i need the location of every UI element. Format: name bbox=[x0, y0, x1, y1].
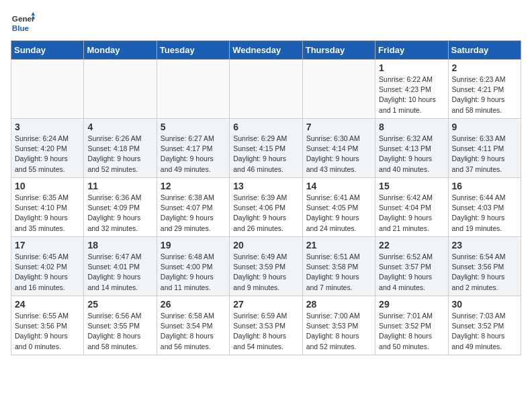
day-number: 13 bbox=[233, 181, 298, 191]
day-number: 6 bbox=[233, 122, 298, 132]
calendar-cell bbox=[157, 60, 229, 119]
day-number: 17 bbox=[15, 240, 80, 250]
day-number: 8 bbox=[379, 122, 444, 132]
day-number: 7 bbox=[306, 122, 371, 132]
day-number: 19 bbox=[161, 240, 226, 250]
day-number: 14 bbox=[306, 181, 371, 191]
day-info: Sunrise: 6:54 AM Sunset: 3:56 PM Dayligh… bbox=[452, 252, 517, 293]
day-info: Sunrise: 6:35 AM Sunset: 4:10 PM Dayligh… bbox=[15, 193, 80, 234]
calendar-cell bbox=[84, 60, 157, 119]
day-info: Sunrise: 6:47 AM Sunset: 4:01 PM Dayligh… bbox=[87, 252, 152, 293]
day-number: 18 bbox=[87, 240, 152, 250]
day-info: Sunrise: 6:24 AM Sunset: 4:20 PM Dayligh… bbox=[15, 134, 80, 175]
calendar-cell: 18Sunrise: 6:47 AM Sunset: 4:01 PM Dayli… bbox=[84, 237, 157, 296]
day-number: 4 bbox=[87, 122, 152, 132]
calendar-cell: 12Sunrise: 6:38 AM Sunset: 4:07 PM Dayli… bbox=[157, 178, 229, 237]
day-number: 22 bbox=[379, 240, 444, 250]
day-info: Sunrise: 6:27 AM Sunset: 4:17 PM Dayligh… bbox=[161, 134, 226, 175]
day-info: Sunrise: 7:03 AM Sunset: 3:52 PM Dayligh… bbox=[452, 311, 517, 352]
day-number: 28 bbox=[306, 299, 371, 310]
day-number: 5 bbox=[161, 122, 226, 132]
calendar-cell: 5Sunrise: 6:27 AM Sunset: 4:17 PM Daylig… bbox=[157, 119, 229, 178]
day-number: 12 bbox=[161, 181, 226, 191]
svg-text:Blue: Blue bbox=[12, 24, 30, 32]
day-number: 27 bbox=[233, 299, 298, 310]
day-of-week-header: Tuesday bbox=[157, 41, 229, 60]
day-info: Sunrise: 6:49 AM Sunset: 3:59 PM Dayligh… bbox=[233, 252, 298, 293]
day-info: Sunrise: 6:52 AM Sunset: 3:57 PM Dayligh… bbox=[379, 252, 444, 293]
day-number: 26 bbox=[161, 299, 226, 310]
day-number: 9 bbox=[452, 122, 517, 132]
day-number: 25 bbox=[87, 299, 152, 310]
calendar-cell: 26Sunrise: 6:58 AM Sunset: 3:54 PM Dayli… bbox=[157, 296, 229, 355]
calendar-cell: 3Sunrise: 6:24 AM Sunset: 4:20 PM Daylig… bbox=[11, 119, 84, 178]
day-info: Sunrise: 6:51 AM Sunset: 3:58 PM Dayligh… bbox=[306, 252, 371, 293]
calendar-week-row: 1Sunrise: 6:22 AM Sunset: 4:23 PM Daylig… bbox=[11, 60, 521, 119]
calendar-cell: 24Sunrise: 6:55 AM Sunset: 3:56 PM Dayli… bbox=[11, 296, 84, 355]
day-of-week-header: Sunday bbox=[11, 41, 84, 60]
calendar-week-row: 17Sunrise: 6:45 AM Sunset: 4:02 PM Dayli… bbox=[11, 237, 521, 296]
calendar-cell: 9Sunrise: 6:33 AM Sunset: 4:11 PM Daylig… bbox=[448, 119, 521, 178]
day-info: Sunrise: 6:22 AM Sunset: 4:23 PM Dayligh… bbox=[379, 75, 444, 116]
day-number: 20 bbox=[233, 240, 298, 250]
calendar-cell: 10Sunrise: 6:35 AM Sunset: 4:10 PM Dayli… bbox=[11, 178, 84, 237]
calendar-week-row: 3Sunrise: 6:24 AM Sunset: 4:20 PM Daylig… bbox=[11, 119, 521, 178]
calendar-cell bbox=[230, 60, 302, 119]
day-of-week-header: Friday bbox=[375, 41, 448, 60]
day-number: 24 bbox=[15, 299, 80, 310]
day-info: Sunrise: 6:30 AM Sunset: 4:14 PM Dayligh… bbox=[306, 134, 371, 175]
calendar-cell: 20Sunrise: 6:49 AM Sunset: 3:59 PM Dayli… bbox=[230, 237, 302, 296]
day-info: Sunrise: 6:33 AM Sunset: 4:11 PM Dayligh… bbox=[452, 134, 517, 175]
calendar-cell: 2Sunrise: 6:23 AM Sunset: 4:21 PM Daylig… bbox=[448, 60, 521, 119]
day-number: 16 bbox=[452, 181, 517, 191]
logo-icon: General Blue bbox=[11, 11, 35, 35]
calendar-cell: 30Sunrise: 7:03 AM Sunset: 3:52 PM Dayli… bbox=[448, 296, 521, 355]
calendar-cell: 7Sunrise: 6:30 AM Sunset: 4:14 PM Daylig… bbox=[302, 119, 375, 178]
day-number: 3 bbox=[15, 122, 80, 132]
calendar-cell: 19Sunrise: 6:48 AM Sunset: 4:00 PM Dayli… bbox=[157, 237, 229, 296]
day-info: Sunrise: 6:58 AM Sunset: 3:54 PM Dayligh… bbox=[161, 311, 226, 352]
day-info: Sunrise: 6:32 AM Sunset: 4:13 PM Dayligh… bbox=[379, 134, 444, 175]
day-info: Sunrise: 6:59 AM Sunset: 3:53 PM Dayligh… bbox=[233, 311, 298, 352]
day-info: Sunrise: 6:29 AM Sunset: 4:15 PM Dayligh… bbox=[233, 134, 298, 175]
day-of-week-header: Thursday bbox=[302, 41, 375, 60]
logo: General Blue bbox=[11, 11, 40, 35]
day-number: 2 bbox=[452, 62, 517, 73]
calendar-cell: 14Sunrise: 6:41 AM Sunset: 4:05 PM Dayli… bbox=[302, 178, 375, 237]
calendar-cell: 11Sunrise: 6:36 AM Sunset: 4:09 PM Dayli… bbox=[84, 178, 157, 237]
calendar-header-row: SundayMondayTuesdayWednesdayThursdayFrid… bbox=[11, 41, 521, 60]
calendar-cell: 6Sunrise: 6:29 AM Sunset: 4:15 PM Daylig… bbox=[230, 119, 302, 178]
calendar-cell bbox=[11, 60, 84, 119]
calendar-cell: 4Sunrise: 6:26 AM Sunset: 4:18 PM Daylig… bbox=[84, 119, 157, 178]
day-info: Sunrise: 6:44 AM Sunset: 4:03 PM Dayligh… bbox=[452, 193, 517, 234]
day-info: Sunrise: 6:39 AM Sunset: 4:06 PM Dayligh… bbox=[233, 193, 298, 234]
day-of-week-header: Wednesday bbox=[230, 41, 302, 60]
calendar-cell: 25Sunrise: 6:56 AM Sunset: 3:55 PM Dayli… bbox=[84, 296, 157, 355]
calendar-cell: 1Sunrise: 6:22 AM Sunset: 4:23 PM Daylig… bbox=[375, 60, 448, 119]
day-info: Sunrise: 6:48 AM Sunset: 4:00 PM Dayligh… bbox=[161, 252, 226, 293]
calendar-cell: 28Sunrise: 7:00 AM Sunset: 3:53 PM Dayli… bbox=[302, 296, 375, 355]
day-info: Sunrise: 6:45 AM Sunset: 4:02 PM Dayligh… bbox=[15, 252, 80, 293]
calendar-cell: 22Sunrise: 6:52 AM Sunset: 3:57 PM Dayli… bbox=[375, 237, 448, 296]
day-number: 23 bbox=[452, 240, 517, 250]
day-of-week-header: Saturday bbox=[448, 41, 521, 60]
calendar-week-row: 10Sunrise: 6:35 AM Sunset: 4:10 PM Dayli… bbox=[11, 178, 521, 237]
day-of-week-header: Monday bbox=[84, 41, 157, 60]
day-info: Sunrise: 6:23 AM Sunset: 4:21 PM Dayligh… bbox=[452, 75, 517, 116]
calendar-cell: 21Sunrise: 6:51 AM Sunset: 3:58 PM Dayli… bbox=[302, 237, 375, 296]
day-info: Sunrise: 6:55 AM Sunset: 3:56 PM Dayligh… bbox=[15, 311, 80, 352]
day-number: 29 bbox=[379, 299, 444, 310]
day-number: 1 bbox=[379, 62, 444, 73]
calendar-cell bbox=[302, 60, 375, 119]
calendar-week-row: 24Sunrise: 6:55 AM Sunset: 3:56 PM Dayli… bbox=[11, 296, 521, 355]
day-info: Sunrise: 7:01 AM Sunset: 3:52 PM Dayligh… bbox=[379, 311, 444, 352]
page-header: General Blue bbox=[11, 11, 521, 35]
day-number: 11 bbox=[87, 181, 152, 191]
day-info: Sunrise: 6:42 AM Sunset: 4:04 PM Dayligh… bbox=[379, 193, 444, 234]
day-info: Sunrise: 6:56 AM Sunset: 3:55 PM Dayligh… bbox=[87, 311, 152, 352]
day-info: Sunrise: 7:00 AM Sunset: 3:53 PM Dayligh… bbox=[306, 311, 371, 352]
calendar-cell: 13Sunrise: 6:39 AM Sunset: 4:06 PM Dayli… bbox=[230, 178, 302, 237]
day-info: Sunrise: 6:41 AM Sunset: 4:05 PM Dayligh… bbox=[306, 193, 371, 234]
calendar-cell: 27Sunrise: 6:59 AM Sunset: 3:53 PM Dayli… bbox=[230, 296, 302, 355]
day-info: Sunrise: 6:38 AM Sunset: 4:07 PM Dayligh… bbox=[161, 193, 226, 234]
